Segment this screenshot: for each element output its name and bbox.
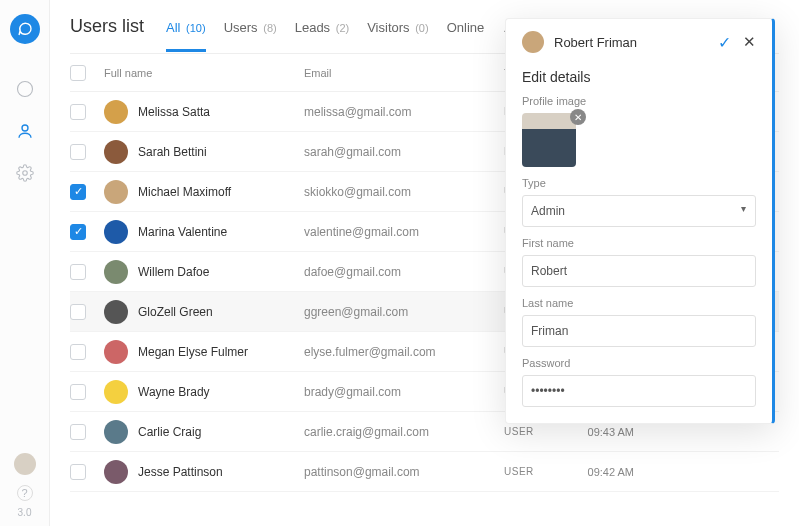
profile-image-wrapper: ✕ [522,113,580,167]
edit-panel: Robert Friman ✓ ✕ Edit details Profile i… [505,18,775,424]
chat-icon[interactable] [14,78,36,100]
last-name-input[interactable] [522,315,756,347]
row-checkbox[interactable] [70,144,86,160]
user-type: USER [504,466,564,477]
remove-image-icon[interactable]: ✕ [570,109,586,125]
user-name: GloZell Green [138,305,213,319]
profile-image-label: Profile image [522,95,756,107]
user-time: 09:42 AM [564,466,634,478]
type-label: Type [522,177,756,189]
user-email: elyse.fulmer@gmail.com [304,345,504,359]
page-title: Users list [70,16,144,37]
gear-icon[interactable] [14,162,36,184]
user-name: Melissa Satta [138,105,210,119]
select-all-checkbox[interactable] [70,65,86,81]
user-email: carlie.craig@gmail.com [304,425,504,439]
user-name: Carlie Craig [138,425,201,439]
user-avatar [104,380,128,404]
user-email: pattinson@gmail.com [304,465,504,479]
sidebar: ? 3.0 [0,0,50,526]
user-email: brady@gmail.com [304,385,504,399]
user-time: 09:43 AM [564,426,634,438]
row-checkbox[interactable] [70,184,86,200]
tab-users[interactable]: Users (8) [224,2,277,51]
version-label: 3.0 [18,507,32,518]
panel-header: Robert Friman ✓ ✕ [522,19,756,65]
row-checkbox[interactable] [70,384,86,400]
svg-point-2 [22,171,27,176]
user-avatar [104,340,128,364]
user-name: Sarah Bettini [138,145,207,159]
close-icon[interactable]: ✕ [743,33,756,51]
tab-leads[interactable]: Leads (2) [295,2,350,51]
user-avatar [104,220,128,244]
user-avatar [104,300,128,324]
user-avatar [104,460,128,484]
col-email-header[interactable]: Email [304,67,504,79]
tab-online[interactable]: Online [447,2,487,51]
user-name: Jesse Pattinson [138,465,223,479]
users-icon[interactable] [14,120,36,142]
password-input[interactable] [522,375,756,407]
user-avatar [104,420,128,444]
profile-image[interactable] [522,113,576,167]
user-avatar [104,100,128,124]
user-email: melissa@gmail.com [304,105,504,119]
row-checkbox[interactable] [70,424,86,440]
password-label: Password [522,357,756,369]
panel-avatar [522,31,544,53]
row-checkbox[interactable] [70,224,86,240]
first-name-label: First name [522,237,756,249]
last-name-label: Last name [522,297,756,309]
help-icon[interactable]: ? [17,485,33,501]
user-email: ggreen@gmail.com [304,305,504,319]
tab-all[interactable]: All (10) [166,2,206,51]
user-email: dafoe@gmail.com [304,265,504,279]
row-checkbox[interactable] [70,264,86,280]
user-type: USER [504,426,564,437]
confirm-icon[interactable]: ✓ [718,33,731,52]
user-name: Willem Dafoe [138,265,209,279]
user-name: Wayne Brady [138,385,210,399]
row-checkbox[interactable] [70,464,86,480]
user-name: Marina Valentine [138,225,227,239]
user-email: skiokko@gmail.com [304,185,504,199]
user-avatar [104,260,128,284]
panel-heading: Edit details [522,69,756,85]
app-logo[interactable] [10,14,40,44]
tab-visitors[interactable]: Visitors (0) [367,2,428,51]
row-checkbox[interactable] [70,304,86,320]
user-avatar [104,180,128,204]
user-avatar [104,140,128,164]
row-checkbox[interactable] [70,344,86,360]
svg-point-1 [22,125,28,131]
first-name-input[interactable] [522,255,756,287]
user-name: Megan Elyse Fulmer [138,345,248,359]
table-row[interactable]: Jesse Pattinsonpattinson@gmail.comUSER09… [70,452,779,492]
current-user-avatar[interactable] [14,453,36,475]
user-email: valentine@gmail.com [304,225,504,239]
user-name: Michael Maximoff [138,185,231,199]
user-email: sarah@gmail.com [304,145,504,159]
col-name-header[interactable]: Full name [104,67,304,79]
panel-user-name: Robert Friman [554,35,718,50]
row-checkbox[interactable] [70,104,86,120]
type-select[interactable]: Admin [522,195,756,227]
